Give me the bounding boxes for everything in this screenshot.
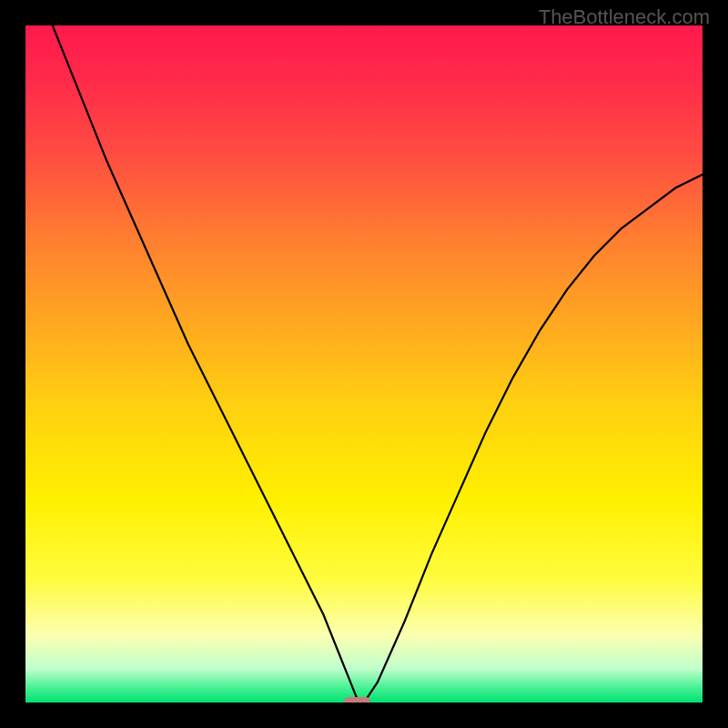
plot-area	[25, 25, 703, 703]
bottleneck-curve	[53, 25, 703, 703]
watermark-text: TheBottleneck.com	[539, 5, 710, 29]
chart-svg	[25, 25, 703, 703]
min-marker	[344, 697, 371, 703]
